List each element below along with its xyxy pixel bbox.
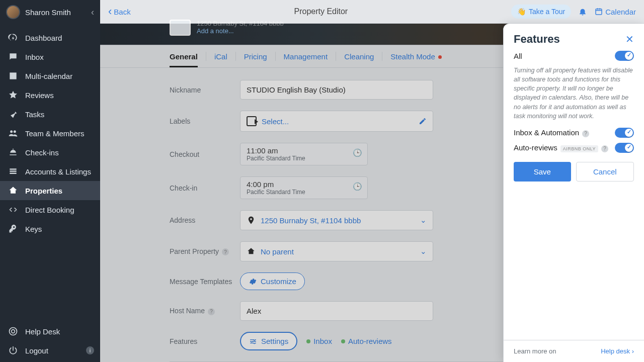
checkin-label: Check-in [170,184,240,192]
feature-auto-toggle[interactable] [615,143,634,153]
panel-save-button[interactable]: Save [514,162,571,182]
tab-stealth[interactable]: Stealth Mode [390,46,441,67]
nav-direct-booking[interactable]: Direct Booking [0,200,100,219]
calendar-link-icon [594,7,603,16]
gear-icon [249,278,257,286]
chevron-down-icon: ⌄ [420,216,427,225]
help-icon[interactable]: ? [582,130,589,137]
chat-icon [8,52,18,62]
back-button[interactable]: Back [108,8,131,16]
nav-properties[interactable]: Properties [0,181,100,200]
feature-chip-autoreviews: Auto-reviews [341,337,392,345]
address-label: Address [170,216,240,224]
wave-icon: 👋 [517,8,526,16]
nav-list: Dashboard Inbox Multi-calendar Reviews T… [0,28,100,322]
help-icon[interactable]: ? [222,248,229,255]
chevron-down-icon: ⌄ [420,247,427,256]
close-icon[interactable]: ✕ [625,34,634,44]
svg-point-2 [12,330,15,333]
house-icon [247,247,256,256]
broom-icon [8,109,18,119]
sidebar-footer: Help Desk Logouti [0,322,100,360]
feature-all-toggle[interactable] [615,51,634,61]
page-title: Property Editor [137,7,505,16]
nav-help-desk[interactable]: Help Desk [0,322,100,341]
nav-accounts[interactable]: Accounts & Listings [0,162,100,181]
feature-inbox-label: Inbox & Automation? [514,128,589,137]
nav-reviews[interactable]: Reviews [0,85,100,105]
nav-keys[interactable]: Keys [0,219,100,238]
features-panel: Features ✕ All Turning off all property … [503,24,644,362]
parent-select[interactable]: No parent ⌄ [240,241,433,261]
take-tour-button[interactable]: 👋Take a Tour [511,5,571,19]
host-input[interactable]: Alex [240,301,433,321]
checkin-time: 4:00 pm Pacific Standard Time 🕒 [240,176,368,199]
feature-inbox-toggle[interactable] [615,128,634,138]
notifications-button[interactable] [578,7,587,16]
address-select[interactable]: 1250 Burnaby St, #1104 bbbb ⌄ [240,210,433,230]
help-icon[interactable]: ? [601,145,608,152]
tab-general[interactable]: General [170,46,198,67]
lifebuoy-icon [8,326,18,336]
home-icon [8,186,18,196]
calendar-icon [8,71,18,81]
power-icon [8,345,18,355]
tab-pricing[interactable]: Pricing [244,46,267,67]
code-icon [8,205,18,215]
info-icon[interactable]: i [86,346,94,354]
customize-templates-button[interactable]: Customize [240,273,305,290]
property-thumbnail[interactable] [170,20,191,36]
key-icon [8,224,18,234]
clock-icon: 🕒 [353,148,362,157]
learn-more-label: Learn more on [514,347,556,355]
parent-label: Parent Property? [170,247,240,256]
people-icon [8,128,18,138]
nav-logout[interactable]: Logouti [0,341,100,360]
tab-management[interactable]: Management [284,46,328,67]
checkout-label: Checkout [170,150,240,158]
add-note-link[interactable]: Add a note... [197,27,284,35]
sidebar-header: Sharon Smith ‹ [0,0,100,24]
help-desk-link[interactable]: Help desk › [601,347,634,355]
avatar[interactable] [6,5,20,19]
bell-icon [578,7,587,16]
nickname-input[interactable]: STUDIO English Bay (Studio) [240,80,433,100]
features-label: Features [170,337,240,345]
star-icon [8,90,18,100]
panel-footer: Learn more on Help desk › [504,340,644,362]
pencil-icon[interactable] [419,117,427,125]
user-name: Sharon Smith [25,8,86,17]
nav-team[interactable]: Team & Members [0,124,100,143]
tab-ical[interactable]: iCal [214,46,227,67]
nav-dashboard[interactable]: Dashboard [0,28,100,47]
feature-auto-label: Auto-reviewsAIRBNB ONLY? [514,143,608,152]
bell-dish-icon [8,147,18,157]
nav-inbox[interactable]: Inbox [0,47,100,66]
clock-icon: 🕒 [353,182,362,191]
feature-chip-inbox: Inbox [306,337,332,345]
sliders-icon [249,337,257,345]
topbar-actions: 👋Take a Tour Calendar [511,5,636,19]
calendar-link[interactable]: Calendar [594,7,636,16]
panel-title: Features [514,33,560,46]
nickname-label: Nickname [170,86,240,94]
pin-icon [247,216,256,225]
templates-label: Message Templates [170,278,240,286]
features-settings-button[interactable]: Settings [240,332,297,350]
svg-rect-3 [596,9,602,15]
list-icon [8,166,18,176]
nav-checkins[interactable]: Check-ins [0,143,100,162]
panel-cancel-button[interactable]: Cancel [576,162,634,182]
feature-all-desc: Turning off all property features will d… [514,66,634,121]
tag-icon [247,116,257,126]
nav-multi-calendar[interactable]: Multi-calendar [0,66,100,85]
collapse-sidebar-icon[interactable]: ‹ [91,7,94,18]
property-address-line: 1250 Burnaby St, #1104 bbbb [197,20,284,27]
svg-point-1 [10,328,17,335]
host-label: Host Name? [170,307,240,315]
labels-label: Labels [170,117,240,125]
nav-tasks[interactable]: Tasks [0,105,100,124]
labels-select[interactable]: Select... [240,111,433,132]
tab-cleaning[interactable]: Cleaning [344,46,374,67]
help-icon[interactable]: ? [208,308,215,315]
